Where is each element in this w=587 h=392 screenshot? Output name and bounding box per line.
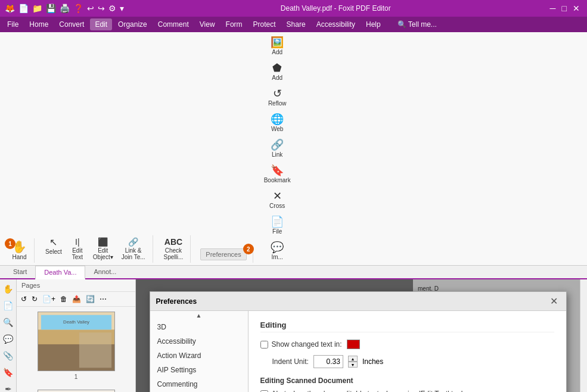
indent-up[interactable]: ▲	[348, 356, 358, 362]
open-icon[interactable]: 📁	[32, 4, 42, 13]
save-icon[interactable]: 💾	[46, 4, 56, 13]
page-thumb-1[interactable]: Death Valley 1	[17, 307, 135, 385]
cross-button[interactable]: ✕ Cross	[266, 188, 288, 211]
reflow-button[interactable]: ↺ Reflow	[265, 86, 290, 109]
menu-home[interactable]: Home	[24, 18, 53, 30]
file-button[interactable]: 📄 File	[266, 214, 288, 237]
spell-check-button[interactable]: ABC CheckSpelli...	[160, 235, 187, 263]
list-scroll-up[interactable]: ▲	[150, 311, 248, 320]
alert-no-editable-label: Alert when there's no editable text when…	[272, 390, 463, 392]
indent-value-input[interactable]	[313, 355, 343, 368]
pages-panel: Pages ↺ ↻ 📄+ 🗑 📤 🔄 ⋯ Death Valley	[17, 279, 136, 392]
title-bar-app-icons[interactable]: 🦊 📄 📁 💾 🖨️ ❓ ↩ ↪ ⚙ ▾	[5, 4, 124, 13]
page-rotate-left[interactable]: ↺	[19, 294, 29, 304]
page-img-2	[38, 390, 115, 392]
tab-start[interactable]: Start	[5, 266, 35, 278]
redo-icon[interactable]: ↪	[98, 4, 105, 13]
print-icon[interactable]: 🖨️	[60, 4, 70, 13]
link-label: Link &Join Te...	[122, 247, 145, 260]
app-icon[interactable]: 🦊	[5, 4, 15, 13]
alert-no-editable-row: Alert when there's no editable text when…	[260, 390, 554, 392]
tab-annot[interactable]: Annot...	[85, 266, 125, 278]
menu-protect[interactable]: Protect	[249, 18, 281, 30]
list-item-commenting[interactable]: Commenting	[150, 377, 248, 391]
sidebar-page-icon[interactable]: 📄	[1, 298, 15, 313]
menu-file[interactable]: File	[2, 18, 23, 30]
sidebar-search-icon[interactable]: 🔍	[1, 315, 15, 329]
add-web-button[interactable]: 🌐 Web	[266, 111, 288, 135]
show-changed-text-checkbox[interactable]	[260, 341, 268, 349]
title-bar: 🦊 📄 📁 💾 🖨️ ❓ ↩ ↪ ⚙ ▾ Death Valley.pdf - …	[0, 0, 587, 17]
page-insert[interactable]: 📄+	[41, 294, 57, 304]
scanned-section-title: Editing Scanned Document	[260, 377, 554, 385]
left-sidebar: ✋ 📄 🔍 💬 📎 🔖 ✒ 🔒 🖊	[0, 279, 17, 392]
file-icon: 📄	[271, 216, 284, 227]
bookmark-button[interactable]: 🔖 Bookmark	[260, 163, 294, 186]
sidebar-comment-icon[interactable]: 💬	[1, 332, 15, 346]
menu-organize[interactable]: Organize	[113, 18, 152, 30]
edit-text-icon: I|	[75, 238, 80, 246]
select-button[interactable]: ↖ Select	[42, 235, 66, 263]
list-item-3d[interactable]: 3D	[150, 320, 248, 334]
help-icon[interactable]: ❓	[73, 4, 83, 13]
settings-icon[interactable]: ⚙	[108, 4, 116, 13]
add-button[interactable]: 🖼️ Add	[266, 35, 288, 58]
sidebar-attach-icon[interactable]: 📎	[1, 349, 15, 363]
page-more[interactable]: ⋯	[98, 294, 108, 304]
dialog-body: ▲ 3D Accessibility Action Wizard AIP Set…	[150, 311, 566, 392]
page-thumb-2[interactable]: 2	[17, 385, 135, 392]
indent-unit-row: Indent Unit: ▲ ▼ Inches	[272, 355, 554, 368]
menu-view[interactable]: View	[195, 18, 220, 30]
ribbon: ✋ Hand 1 ↖ Select I| EditText ⬛ EditObje…	[0, 32, 587, 266]
indent-down[interactable]: ▼	[348, 362, 358, 368]
indent-label: Indent Unit:	[272, 357, 309, 366]
changed-text-color-swatch[interactable]	[347, 340, 360, 349]
page-label-1: 1	[21, 374, 131, 380]
list-item-accessibility[interactable]: Accessibility	[150, 334, 248, 349]
list-item-action-wizard[interactable]: Action Wizard	[150, 349, 248, 363]
select-label: Select	[45, 248, 62, 255]
page-rotate-right[interactable]: ↻	[30, 294, 39, 304]
dropdown-icon[interactable]: ▾	[120, 4, 124, 13]
sidebar-sign-icon[interactable]: ✒	[1, 382, 15, 392]
dialog-close-button[interactable]: ✕	[548, 295, 560, 307]
undo-icon[interactable]: ↩	[87, 4, 94, 13]
im-button[interactable]: 💬 Im...	[266, 239, 288, 263]
pages-panel-header: Pages	[17, 279, 135, 292]
window-controls[interactable]: ─ □ ✕	[548, 4, 582, 13]
sidebar-bookmark-icon[interactable]: 🔖	[1, 365, 15, 379]
select-icon: ↖	[49, 238, 57, 247]
menu-form[interactable]: Form	[221, 18, 247, 30]
menu-comment[interactable]: Comment	[153, 18, 194, 30]
ribbon-small-group-select: ↖ Select I| EditText ⬛ EditObject▾ 🔗 Lin…	[42, 235, 149, 263]
page-replace[interactable]: 🔄	[84, 294, 97, 304]
menu-convert[interactable]: Convert	[54, 18, 89, 30]
page-extract[interactable]: 📤	[70, 294, 83, 304]
edit-object-icon: ⬛	[98, 238, 108, 246]
sidebar-hand-icon[interactable]: ✋	[1, 282, 15, 296]
new-icon[interactable]: 📄	[18, 4, 29, 13]
menu-share[interactable]: Share	[282, 18, 310, 30]
indent-spinner[interactable]: ▲ ▼	[348, 356, 358, 368]
menu-edit[interactable]: Edit	[90, 18, 112, 30]
pages-title: Pages	[21, 282, 40, 289]
close-button[interactable]: ✕	[570, 4, 582, 13]
menu-accessibility[interactable]: Accessibility	[312, 18, 360, 30]
edit-text-button[interactable]: I| EditText	[67, 235, 88, 263]
list-item-aip-settings[interactable]: AIP Settings	[150, 363, 248, 377]
alert-no-editable-checkbox[interactable]	[260, 390, 268, 393]
menu-help[interactable]: Help	[361, 18, 386, 30]
preferences-label[interactable]: Preferences	[200, 248, 246, 260]
edit-object-button[interactable]: ⬛ EditObject▾	[89, 235, 117, 263]
ribbon-group-add: 🖼️ Add ⬟ Add ↺ Reflow 🌐 Web 🔗 Link 🔖 Boo…	[257, 35, 298, 263]
ribbon-group-select: ↖ Select I| EditText ⬛ EditObject▾ 🔗 Lin…	[38, 235, 153, 263]
im-icon: 💬	[271, 242, 284, 253]
page-delete[interactable]: 🗑	[58, 294, 69, 304]
add-shape-button[interactable]: ⬟ Add	[266, 60, 288, 83]
tab-document[interactable]: Death Va...	[35, 266, 85, 279]
maximize-button[interactable]: □	[560, 4, 569, 13]
menu-tell-me[interactable]: 🔍 Tell me...	[393, 18, 442, 30]
minimize-button[interactable]: ─	[548, 4, 558, 13]
link-button[interactable]: 🔗 Link	[266, 137, 288, 160]
link-join-button[interactable]: 🔗 Link &Join Te...	[118, 235, 149, 263]
